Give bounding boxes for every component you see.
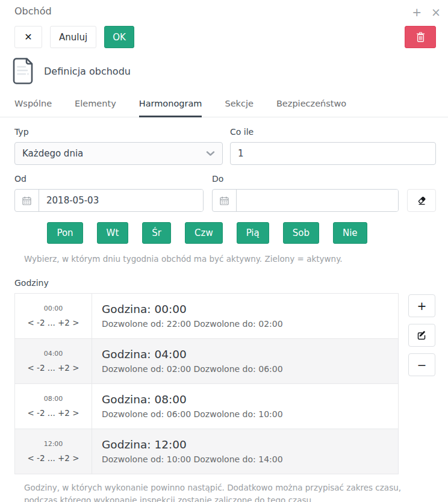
do-date-field — [212, 189, 399, 212]
delete-button[interactable] — [405, 26, 436, 48]
typ-select-value: Każdego dnia — [22, 148, 83, 159]
plus-icon: + — [417, 299, 427, 312]
hour-range-control[interactable]: < -2 ... +2 > — [15, 453, 92, 463]
tab-harmonogram[interactable]: Harmonogram — [139, 99, 202, 117]
close-button[interactable]: ✕ — [14, 26, 42, 48]
hour-time: 00:00 — [15, 305, 92, 312]
minus-icon: − — [417, 358, 427, 371]
hour-range-control[interactable]: < -2 ... +2 > — [15, 363, 92, 373]
typ-select[interactable]: Każdego dnia — [14, 142, 223, 165]
co-ile-label: Co ile — [230, 127, 436, 137]
hours-table: 00:00 < -2 ... +2 > Godzina: 00:00 Dozwo… — [14, 293, 399, 474]
window-close-icon[interactable]: × — [431, 7, 441, 18]
hour-allowed: Dozwolone od: 02:00 Dozwolone do: 06:00 — [102, 364, 388, 374]
day-button-pon[interactable]: Pon — [47, 222, 82, 244]
hours-actions: + − — [408, 293, 435, 383]
hour-title: Godzina: 12:00 — [102, 438, 388, 451]
weekday-help-text: Wybierz, w którym dniu tygodnia obchód m… — [24, 253, 436, 265]
day-button-nie[interactable]: Nie — [333, 222, 367, 244]
add-hour-button[interactable]: + — [408, 294, 435, 317]
tab-sekcje[interactable]: Sekcje — [225, 99, 253, 117]
hour-allowed: Dozwolone od: 22:00 Dozwolone do: 02:00 — [102, 319, 388, 329]
hour-row[interactable]: 04:00 < -2 ... +2 > Godzina: 04:00 Dozwo… — [15, 338, 399, 383]
hour-range-control[interactable]: < -2 ... +2 > — [15, 408, 92, 418]
hour-row[interactable]: 00:00 < -2 ... +2 > Godzina: 00:00 Dozwo… — [15, 293, 399, 338]
chevron-down-icon — [206, 150, 215, 156]
form-header: Definicja obchodu — [0, 48, 448, 85]
hour-time: 08:00 — [15, 395, 92, 403]
hour-row[interactable]: 12:00 < -2 ... +2 > Godzina: 12:00 Dozwo… — [15, 429, 399, 474]
calendar-icon — [15, 190, 39, 211]
od-label: Od — [14, 174, 204, 184]
close-x-icon: ✕ — [24, 31, 32, 43]
od-date-input[interactable] — [39, 190, 203, 211]
form-title: Definicja obchodu — [44, 66, 131, 77]
hour-allowed: Dozwolone od: 06:00 Dozwolone do: 10:00 — [102, 409, 388, 419]
co-ile-input[interactable] — [230, 142, 436, 165]
tab-bezpieczenstwo[interactable]: Bezpieczeństwo — [276, 99, 346, 117]
typ-label: Typ — [14, 127, 223, 137]
hour-range-control[interactable]: < -2 ... +2 > — [15, 318, 92, 327]
day-button-sob[interactable]: Sob — [283, 222, 319, 244]
hour-row[interactable]: 08:00 < -2 ... +2 > Godzina: 08:00 Dozwo… — [15, 383, 399, 429]
do-label: Do — [212, 174, 399, 184]
obchod-dialog: Obchód + × ✕ Anuluj OK — [0, 0, 448, 502]
hours-label: Godziny — [14, 278, 436, 288]
clear-date-button[interactable] — [407, 189, 436, 212]
hour-title: Godzina: 00:00 — [102, 303, 388, 315]
tab-wspolne[interactable]: Wspólne — [14, 99, 52, 117]
tab-bar: Wspólne Elementy Harmonogram Sekcje Bezp… — [0, 85, 448, 117]
hour-time: 04:00 — [15, 350, 92, 358]
window-plus-icon[interactable]: + — [412, 7, 422, 18]
remove-hour-button[interactable]: − — [408, 353, 435, 376]
cancel-button[interactable]: Anuluj — [50, 26, 96, 48]
hour-title: Godzina: 08:00 — [102, 393, 388, 406]
hour-allowed: Dozwolone od: 10:00 Dozwolone do: 14:00 — [102, 454, 388, 464]
od-date-field — [14, 189, 204, 212]
ok-button[interactable]: OK — [104, 26, 134, 48]
toolbar: ✕ Anuluj OK — [0, 18, 448, 48]
tab-elementy[interactable]: Elementy — [75, 99, 116, 117]
trash-icon — [416, 32, 425, 42]
hours-help-text: Godziny, w których wykonanie powinno nas… — [24, 482, 436, 502]
do-date-input[interactable] — [237, 190, 398, 211]
day-button-czw[interactable]: Czw — [185, 222, 223, 244]
window-title: Obchód — [14, 5, 52, 17]
edit-hour-button[interactable] — [408, 324, 435, 347]
harmonogram-panel: Typ Każdego dnia Co ile Od — [0, 117, 448, 502]
document-icon — [11, 57, 35, 85]
day-button-sr[interactable]: Śr — [142, 222, 171, 244]
eraser-icon — [417, 196, 427, 206]
day-button-wt[interactable]: Wt — [97, 222, 129, 244]
calendar-icon — [213, 190, 237, 211]
hour-time: 12:00 — [15, 440, 92, 448]
weekday-buttons: Pon Wt Śr Czw Pią Sob Nie — [14, 222, 436, 244]
title-bar: Obchód + × — [0, 0, 448, 18]
edit-icon — [417, 330, 427, 340]
hour-title: Godzina: 04:00 — [102, 348, 388, 361]
day-button-pia[interactable]: Pią — [237, 222, 269, 244]
